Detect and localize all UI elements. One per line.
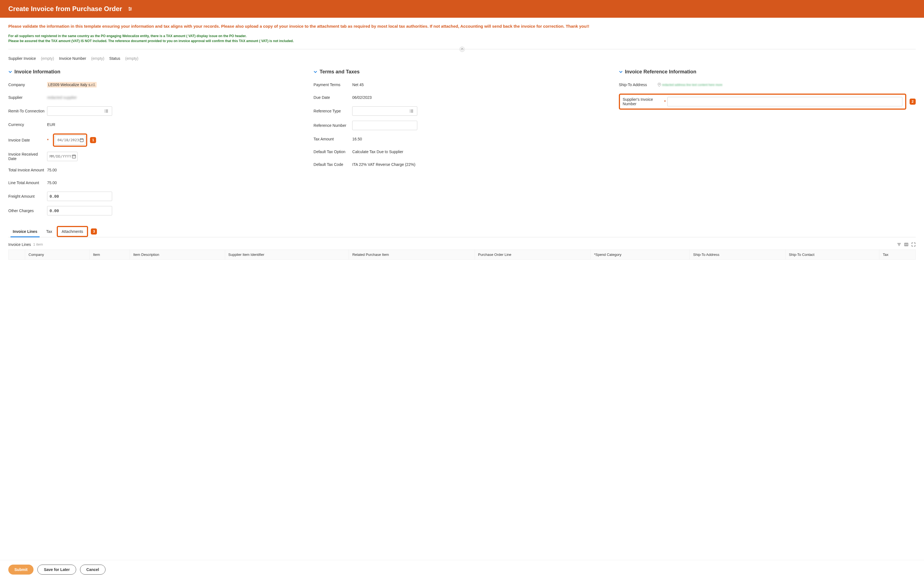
calendar-icon[interactable] [72, 154, 76, 159]
other-charges-input[interactable] [47, 206, 112, 216]
reference-type-input[interactable] [352, 106, 417, 116]
tab-attachments[interactable]: Attachments [58, 227, 87, 236]
location-icon [657, 83, 661, 87]
tax-note-line1: For all suppliers not registered in the … [8, 33, 916, 39]
col-related-purchase[interactable]: Related Purchase Item [349, 250, 474, 260]
remit-to-input[interactable] [47, 106, 112, 116]
supplier-invoice-value: (empty) [41, 56, 54, 61]
supplier-label: Supplier [8, 95, 47, 100]
svg-point-5 [129, 10, 130, 10]
svg-rect-29 [898, 245, 899, 246]
line-total-label: Line Total Amount [8, 180, 47, 185]
total-invoice-label: Total Invoice Amount [8, 168, 47, 172]
svg-point-24 [410, 112, 410, 113]
settings-icon[interactable] [128, 7, 132, 11]
callout-badge-3: 3 [91, 229, 97, 234]
chevron-down-icon[interactable] [619, 70, 623, 74]
svg-rect-16 [72, 155, 75, 158]
section-divider [8, 49, 916, 49]
filter-icon[interactable] [897, 242, 901, 247]
svg-point-20 [410, 110, 410, 110]
columns-icon[interactable] [904, 242, 909, 247]
col-spend-category[interactable]: *Spend Category [590, 250, 690, 260]
terms-title: Terms and Taxes [319, 69, 360, 75]
tab-tax[interactable]: Tax [42, 226, 57, 237]
table-header-row: Company Item Item Description Supplier I… [8, 250, 916, 260]
currency-label: Currency [8, 123, 47, 127]
col-supplier-item[interactable]: Supplier Item Identifier [225, 250, 349, 260]
other-charges-field[interactable] [49, 208, 110, 213]
invoice-number-value: (empty) [91, 56, 104, 61]
svg-rect-21 [411, 110, 413, 110]
other-charges-label: Other Charges [8, 208, 47, 213]
received-date-field[interactable] [49, 154, 72, 159]
ship-to-value: redacted address line text content here … [662, 83, 723, 87]
collapse-toggle[interactable] [460, 46, 465, 52]
svg-point-26 [659, 83, 659, 85]
col-ship-to-contact[interactable]: Ship-To Contact [785, 250, 879, 260]
callout-badge-2: 2 [909, 98, 916, 105]
svg-rect-27 [898, 243, 901, 244]
svg-rect-30 [904, 243, 908, 246]
svg-point-8 [105, 111, 105, 111]
svg-point-10 [105, 112, 105, 113]
remit-to-field[interactable] [49, 109, 103, 113]
svg-rect-7 [106, 110, 108, 110]
col-po-line[interactable]: Purchase Order Line [474, 250, 590, 260]
tab-invoice-lines[interactable]: Invoice Lines [8, 226, 42, 237]
chevron-down-icon[interactable] [314, 70, 317, 74]
svg-point-3 [129, 7, 129, 8]
invoice-date-input[interactable] [55, 136, 85, 145]
list-picker-icon[interactable] [103, 109, 110, 113]
supplier-invoice-number-input[interactable] [667, 97, 903, 106]
list-picker-icon[interactable] [408, 109, 415, 113]
col-company[interactable]: Company [25, 250, 90, 260]
invoice-lines-table-section: Invoice Lines 1 item Company Item Item D… [8, 242, 916, 260]
svg-point-22 [410, 111, 410, 111]
expand-icon[interactable] [911, 242, 916, 247]
currency-value: EUR [47, 123, 56, 127]
supplier-invoice-number-label: Supplier's Invoice Number [623, 97, 664, 106]
invoice-lines-table: Company Item Item Description Supplier I… [8, 250, 916, 260]
validation-warning: Please validate the information in this … [8, 23, 916, 29]
total-invoice-value: 75.00 [47, 168, 57, 172]
svg-rect-28 [898, 244, 900, 245]
calendar-icon[interactable] [80, 138, 84, 142]
chevron-down-icon[interactable] [8, 70, 12, 74]
reference-type-label: Reference Type [314, 109, 352, 113]
col-tax[interactable]: Tax [880, 250, 916, 260]
svg-point-6 [105, 110, 105, 110]
svg-rect-25 [411, 112, 413, 112]
invoice-info-title: Invoice Information [15, 69, 61, 75]
payment-terms-value: Net 45 [352, 82, 363, 87]
default-tax-code-value: ITA 22% VAT Reverse Charge (22%) [352, 162, 415, 167]
supplier-invoice-number-field[interactable] [670, 100, 900, 104]
col-ship-to-address[interactable]: Ship-To Address [690, 250, 785, 260]
reference-title: Invoice Reference Information [625, 69, 697, 75]
reference-number-input[interactable] [352, 121, 417, 130]
required-indicator: * [664, 100, 666, 104]
invoice-date-field[interactable] [57, 138, 80, 142]
reference-type-field[interactable] [355, 109, 408, 113]
col-item-desc[interactable]: Item Description [130, 250, 225, 260]
line-total-value: 75.00 [47, 180, 57, 185]
freight-input[interactable] [47, 191, 112, 201]
freight-field[interactable] [49, 194, 110, 198]
status-value: (empty) [125, 56, 138, 61]
remit-to-label: Remit-To Connection [8, 109, 47, 113]
reference-number-label: Reference Number [314, 123, 352, 128]
callout-badge-1: 1 [90, 137, 96, 143]
received-date-input[interactable] [47, 152, 77, 161]
table-count: 1 item [33, 242, 43, 247]
status-summary: Supplier Invoice (empty) Invoice Number … [8, 56, 916, 61]
col-item[interactable]: Item [90, 250, 129, 260]
default-tax-code-label: Default Tax Code [314, 162, 352, 167]
page-title: Create Invoice from Purchase Order [8, 5, 122, 13]
company-value: LE009 Welocalize Italy s.r.l. [47, 82, 96, 87]
invoice-date-label: Invoice Date [8, 138, 47, 142]
required-indicator: * [47, 138, 49, 142]
reference-number-field[interactable] [355, 123, 415, 128]
due-date-label: Due Date [314, 95, 352, 100]
tax-note: For all suppliers not registered in the … [8, 33, 916, 44]
line-tabs: Invoice Lines Tax Attachments 3 [8, 226, 916, 237]
